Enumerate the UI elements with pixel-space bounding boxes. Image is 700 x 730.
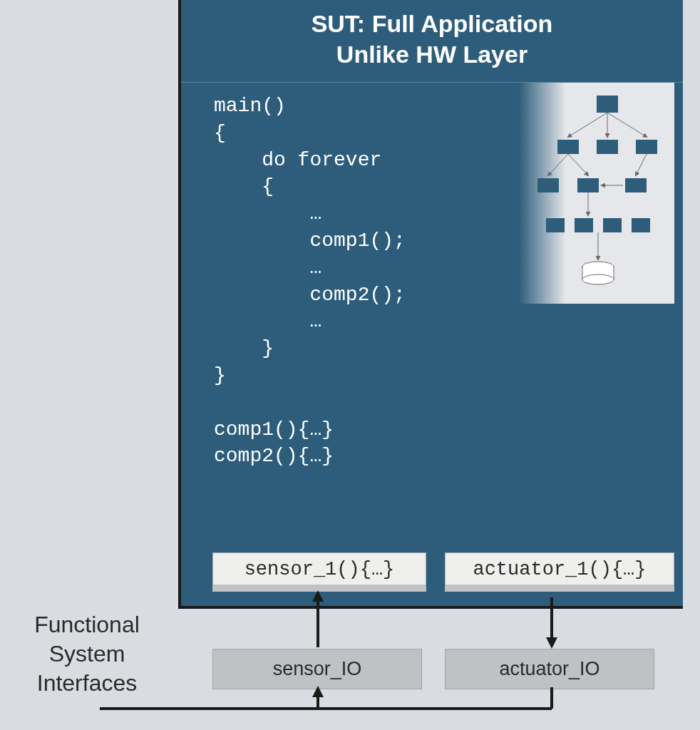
svg-line-21 [636,154,647,175]
fsi-line2: System [49,641,125,667]
svg-rect-11 [632,218,650,232]
sut-panel: SUT: Full Application Unlike HW Layer ma… [178,0,683,609]
sut-title-line1: SUT: Full Application [312,10,553,37]
sensor-function-box: sensor_1(){…} [212,552,426,592]
svg-line-16 [568,113,607,137]
svg-rect-10 [603,218,622,232]
svg-rect-3 [597,140,618,154]
fsi-line1: Functional [34,612,140,637]
svg-rect-9 [575,218,593,232]
svg-rect-1 [597,96,618,113]
functional-system-interfaces-label: Functional System Interfaces [9,610,165,698]
svg-line-18 [607,113,647,137]
sut-title: SUT: Full Application Unlike HW Layer [181,9,683,69]
svg-rect-8 [546,218,565,232]
sensor-function-label: sensor_1(){…} [245,559,395,580]
svg-point-15 [582,274,614,284]
svg-line-20 [568,154,588,175]
sensor-io-label: sensor_IO [273,658,362,679]
flow-diagram-icon [519,83,674,304]
svg-rect-2 [557,140,579,154]
actuator-io-label: actuator_IO [499,658,599,679]
svg-rect-5 [537,178,559,192]
svg-line-19 [548,154,568,175]
sensor-io-box: sensor_IO [212,649,422,689]
svg-rect-14 [583,266,613,268]
actuator-function-box: actuator_1(){…} [445,552,674,592]
svg-rect-6 [577,178,599,192]
fsi-line3: Interfaces [37,670,138,696]
svg-rect-4 [636,140,657,154]
actuator-io-box: actuator_IO [445,649,654,689]
svg-rect-7 [625,178,647,192]
sut-header: SUT: Full Application Unlike HW Layer [181,0,683,83]
code-block: main() { do forever { … comp1(); … comp2… [214,93,406,470]
sut-title-line2: Unlike HW Layer [336,41,527,68]
actuator-function-label: actuator_1(){…} [473,559,646,580]
